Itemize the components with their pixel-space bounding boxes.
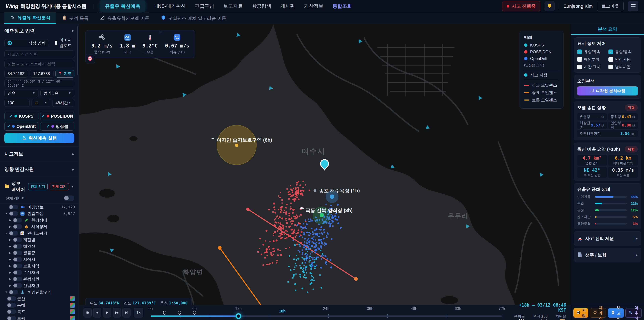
palette-icon[interactable] [70, 309, 75, 314]
layer-toggle-어장정보[interactable] [9, 205, 18, 209]
incident-name-input[interactable] [4, 50, 74, 58]
layers-all-on-button[interactable]: 전체 켜기 [28, 183, 48, 190]
nav-item-게시판[interactable]: 게시판 [280, 3, 295, 10]
layer-toggle-해경관할구역[interactable] [9, 290, 18, 294]
layer-toggle-산업자원[interactable] [13, 283, 22, 288]
checkbox-풍향/풍속[interactable]: ✓ 풍향/풍속 [608, 49, 638, 54]
expander-icon[interactable]: ▶ [8, 264, 13, 267]
nav-item-HNS·대기확산[interactable]: HNS·대기확산 [154, 3, 186, 10]
amount-input[interactable] [4, 99, 30, 107]
expander-icon[interactable]: ▶ [8, 245, 13, 248]
oil-type-select[interactable]: 벙커C유▼ [40, 89, 74, 97]
logout-button[interactable]: 로그아웃 [597, 1, 624, 11]
expander-icon[interactable]: ▼ [4, 212, 9, 215]
timeline-label-24h: 24h [323, 306, 330, 311]
layer-toggle-생물종[interactable] [13, 250, 22, 255]
expander-icon[interactable]: ▶ [8, 258, 13, 261]
latitude-input[interactable] [4, 70, 28, 78]
chevron-down-icon[interactable]: ▼ [71, 185, 74, 188]
chevron-down-icon[interactable]: ▼ [71, 29, 74, 33]
model-chip-앙상블[interactable]: ✓ 앙상블 [40, 122, 74, 131]
layer-toggle-보령[interactable] [7, 316, 16, 320]
playback-speed-button[interactable]: 1× [134, 308, 143, 317]
play-button[interactable] [103, 308, 111, 317]
model-chip-KOSPS[interactable]: ✓ KOSPS [4, 112, 38, 120]
nav-item-긴급구난[interactable]: 긴급구난 [195, 3, 214, 10]
layer-toggle-환경생태[interactable] [13, 218, 22, 222]
layer-toggle-해안선[interactable] [13, 244, 22, 249]
expander-icon[interactable]: ▼ [4, 232, 9, 235]
layer-toggle-계절별[interactable] [13, 237, 22, 242]
layer-toggle-목포[interactable] [7, 309, 16, 314]
notifications-button[interactable] [544, 1, 554, 11]
expander-icon[interactable]: ▶ [8, 271, 13, 274]
recalc-button[interactable]: 재계산 [590, 308, 606, 318]
section-incident-info[interactable]: 사고정보 ▶ [0, 147, 79, 162]
section-사고 선박 제원[interactable]: 사고 선박 제원▶ [574, 231, 641, 245]
spill-type-select[interactable]: 연속▼ [4, 89, 38, 97]
trace-button[interactable]: 역추적 [626, 308, 642, 318]
step-back-button[interactable] [93, 308, 101, 317]
radio-image-upload[interactable]: 이미지 업로드 [55, 37, 74, 48]
fast-forward-button[interactable] [113, 308, 121, 317]
skip-start-button[interactable] [84, 308, 92, 317]
master-layer-toggle[interactable] [64, 195, 74, 201]
unit-select[interactable]: kL▼ [32, 99, 50, 107]
checkbox-유향/유속[interactable]: ✓ 유향/유속 [577, 49, 607, 54]
expander-icon[interactable]: ▶ [8, 277, 13, 280]
layer-toggle-관광자원[interactable] [13, 277, 22, 281]
nav-item-보고자료[interactable]: 보고자료 [223, 3, 243, 10]
tab-유출유 확산분석[interactable]: 유출유 확산분석 [4, 13, 56, 24]
layer-toggle-서식지[interactable] [13, 257, 22, 262]
report-button[interactable]: 보고서 [608, 308, 624, 318]
pick-on-map-button[interactable]: 지도 [56, 70, 74, 78]
tab-분석 목록[interactable]: 분석 목록 [56, 13, 94, 24]
timeline-handle[interactable] [236, 313, 241, 319]
nav-item-통합조회[interactable]: 통합조회 [332, 3, 352, 10]
section-선주 / 보험[interactable]: 선주 / 보험▶ [574, 248, 641, 262]
layer-toggle-민감도평가[interactable] [9, 231, 18, 236]
duration-select[interactable]: 48시간▼ [52, 99, 74, 107]
checkbox-민감자원[interactable]: 민감자원 [608, 57, 638, 62]
layer-toggle-사회경제[interactable] [13, 224, 22, 229]
map-canvas[interactable]: 여수시우두리화양면 여자만 습지보호구역 (6h) 종포 해수욕장 (1h) 국… [79, 24, 571, 320]
nav-item-기상정보[interactable]: 기상정보 [304, 3, 323, 10]
sidebar-scrollbar[interactable] [77, 26, 78, 75]
palette-icon[interactable] [70, 303, 75, 308]
model-chip-OpenDrift[interactable]: ✓ OpenDrift [4, 122, 38, 131]
palette-icon[interactable] [70, 296, 75, 301]
incident-list-input[interactable] [4, 60, 74, 68]
transport-controls [84, 308, 132, 317]
expander-icon[interactable]: ▶ [8, 251, 13, 254]
tab-오일펜스 배치 알고리즘 이론[interactable]: 오일펜스 배치 알고리즘 이론 [155, 13, 232, 24]
expander-icon[interactable]: ▼ [4, 291, 9, 293]
checkbox-시간 표시[interactable]: 시간 표시 [577, 64, 607, 70]
layer-toggle-수산자원[interactable] [13, 270, 22, 275]
checkbox-해안부착[interactable]: 해안부착 [577, 57, 607, 62]
layers-all-off-button[interactable]: 전체 끄기 [50, 183, 69, 190]
layer-toggle-군산[interactable] [7, 296, 16, 301]
hamburger-menu-button[interactable] [628, 1, 638, 12]
polygon-analysis-button[interactable]: 다각형 분석수행 [577, 86, 638, 96]
expander-icon[interactable]: ▶ [8, 219, 13, 222]
timeline-slider[interactable]: 0h6h12h18h24h36h48h60h72h [150, 305, 502, 320]
radio-direct-input[interactable]: 직접 입력 [4, 39, 49, 47]
recenter-target-button[interactable] [86, 54, 95, 64]
expander-icon[interactable]: ▶ [8, 225, 13, 228]
run-prediction-button[interactable]: 확산예측 실행 [4, 133, 74, 143]
nav-item-유출유 확산예측[interactable]: 유출유 확산예측 [100, 0, 145, 12]
expander-icon[interactable]: ▶ [8, 238, 13, 241]
layer-toggle-민감자원[interactable] [9, 211, 18, 216]
layer-toggle-보호지역[interactable] [13, 264, 22, 268]
expander-icon[interactable]: ▶ [8, 284, 13, 287]
layer-toggle-동해[interactable] [7, 303, 16, 307]
save-button[interactable]: 저장 [574, 308, 588, 318]
tab-유출유확산모델 이론[interactable]: 유출유확산모델 이론 [94, 13, 155, 24]
section-impact-resources[interactable]: 영향 민감자원 ▶ [0, 162, 79, 177]
checkbox-날짜시간[interactable]: 날짜시간 [608, 64, 638, 70]
palette-icon[interactable] [70, 316, 75, 320]
skip-end-button[interactable] [122, 308, 130, 317]
model-chip-POSEIDON[interactable]: ✓ POSEIDON [40, 112, 74, 120]
longitude-input[interactable] [30, 70, 54, 78]
nav-item-항공탐색[interactable]: 항공탐색 [252, 3, 271, 10]
